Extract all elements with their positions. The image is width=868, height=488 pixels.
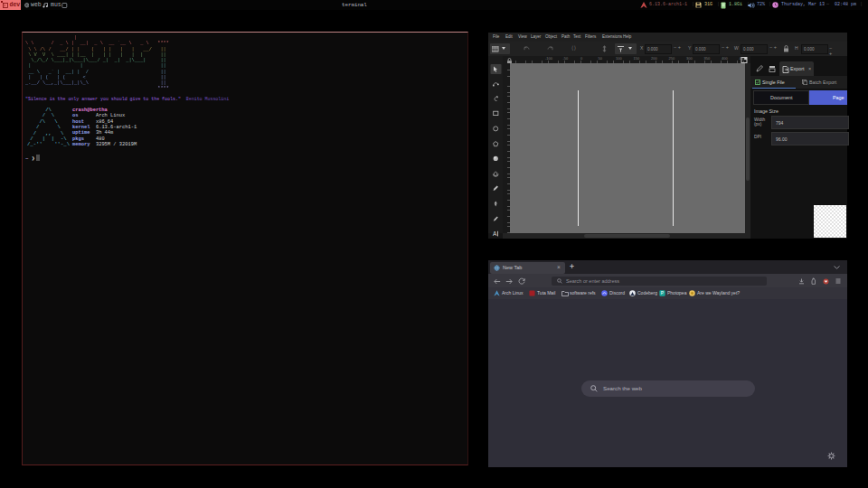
svg-text:A: A bbox=[493, 230, 497, 237]
svg-text:P: P bbox=[661, 291, 664, 296]
